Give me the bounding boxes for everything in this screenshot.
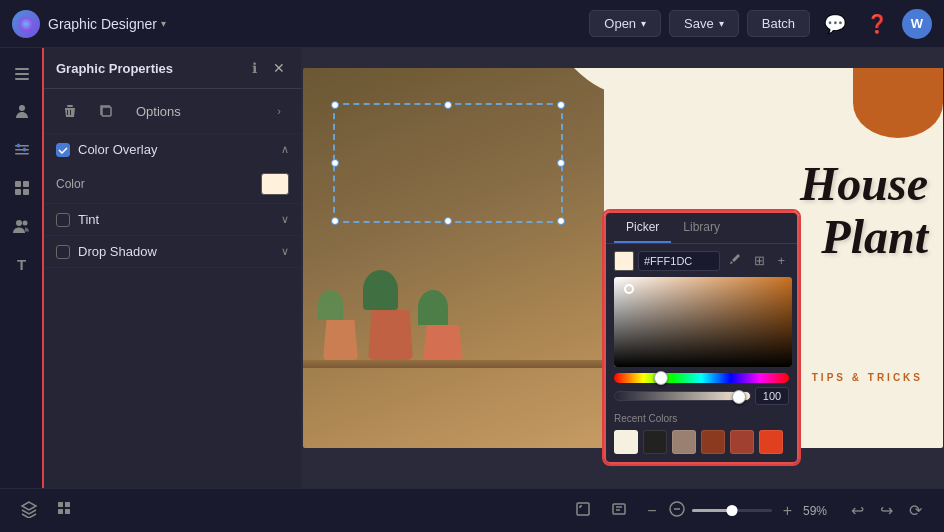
svg-rect-13 (23, 189, 29, 195)
tab-picker[interactable]: Picker (614, 213, 671, 243)
svg-rect-6 (15, 149, 29, 151)
svg-rect-20 (65, 509, 70, 514)
drop-shadow-label: Drop Shadow (78, 244, 273, 259)
tab-library[interactable]: Library (671, 213, 732, 243)
options-arrow: › (277, 105, 281, 117)
eyedropper-button[interactable] (724, 250, 746, 271)
sidebar-icon-sliders[interactable] (6, 134, 38, 166)
expand-icon[interactable] (570, 496, 596, 525)
zoom-in-button[interactable]: + (778, 500, 797, 522)
drop-shadow-section: Drop Shadow ∨ (44, 236, 301, 268)
redo-button[interactable]: ↪ (874, 497, 899, 524)
recent-swatch-0[interactable] (614, 430, 638, 454)
zoom-reset-icon[interactable] (668, 500, 686, 518)
color-swatch[interactable] (261, 173, 289, 195)
user-avatar[interactable]: W (902, 9, 932, 39)
color-row: Color (56, 173, 289, 195)
zoom-slider[interactable] (692, 509, 772, 512)
svg-point-15 (22, 221, 27, 226)
undo-redo-controls: ↩ ↪ ⟳ (845, 497, 928, 524)
svg-rect-18 (65, 502, 70, 507)
tint-chevron: ∨ (281, 213, 289, 226)
svg-point-14 (16, 220, 22, 226)
chat-icon-button[interactable]: 💬 (818, 9, 852, 39)
zoom-out-button[interactable]: − (642, 500, 661, 522)
grid-picker-button[interactable]: ⊞ (750, 251, 769, 270)
canvas-area[interactable]: HousePlant TIPS & TRICKS (302, 48, 944, 488)
options-button[interactable]: Options › (128, 100, 289, 123)
drop-shadow-chevron: ∨ (281, 245, 289, 258)
alpha-slider[interactable] (614, 391, 751, 401)
svg-rect-10 (15, 181, 21, 187)
color-overlay-chevron: ∧ (281, 143, 289, 156)
svg-rect-11 (23, 181, 29, 187)
svg-rect-12 (15, 189, 21, 195)
drop-shadow-header[interactable]: Drop Shadow ∨ (44, 236, 301, 267)
hue-slider[interactable] (614, 373, 789, 383)
tint-checkbox[interactable] (56, 213, 70, 227)
svg-rect-19 (58, 509, 63, 514)
recent-swatch-4[interactable] (730, 430, 754, 454)
sidebar-icon-users[interactable] (6, 210, 38, 242)
zoom-controls: − + 59% (642, 500, 835, 522)
delete-icon-button[interactable] (56, 97, 84, 125)
picker-hex-swatch[interactable] (614, 251, 634, 271)
recent-swatch-2[interactable] (672, 430, 696, 454)
fit-icon[interactable] (606, 496, 632, 525)
recent-colors (606, 426, 797, 462)
svg-rect-9 (23, 148, 26, 152)
sidebar-icon-person[interactable] (6, 96, 38, 128)
properties-close-button[interactable]: ✕ (269, 58, 289, 78)
open-chevron: ▾ (641, 18, 646, 29)
undo-button[interactable]: ↩ (845, 497, 870, 524)
tint-header[interactable]: Tint ∨ (44, 204, 301, 235)
color-gradient-box[interactable] (614, 277, 792, 367)
svg-rect-16 (102, 107, 111, 116)
grid-bottom-icon[interactable] (52, 496, 78, 525)
svg-rect-3 (15, 78, 29, 80)
color-overlay-checkbox[interactable] (56, 143, 70, 157)
copy-icon-button[interactable] (92, 97, 120, 125)
svg-rect-7 (15, 153, 29, 155)
svg-rect-8 (17, 144, 20, 148)
tint-section: Tint ∨ (44, 204, 301, 236)
svg-rect-1 (15, 68, 29, 70)
save-button[interactable]: Save ▾ (669, 10, 739, 37)
history-button[interactable]: ⟳ (903, 497, 928, 524)
picker-hex-input[interactable] (638, 251, 720, 271)
help-icon-button[interactable]: ❓ (860, 9, 894, 39)
zoom-thumb[interactable] (726, 505, 737, 516)
save-chevron: ▾ (719, 18, 724, 29)
color-overlay-label: Color Overlay (78, 142, 273, 157)
svg-rect-21 (577, 503, 589, 515)
recent-swatch-5[interactable] (759, 430, 783, 454)
recent-swatch-1[interactable] (643, 430, 667, 454)
properties-actions: Options › (44, 89, 301, 134)
properties-info-button[interactable]: ℹ (248, 58, 261, 78)
properties-title: Graphic Properties (56, 61, 240, 76)
layers-bottom-icon[interactable] (16, 496, 42, 525)
recent-colors-label: Recent Colors (606, 411, 797, 426)
app-title-button[interactable]: Graphic Designer ▾ (48, 16, 166, 32)
sidebar-icon-layers[interactable] (6, 58, 38, 90)
add-color-button[interactable]: + (773, 251, 789, 270)
drop-shadow-checkbox[interactable] (56, 245, 70, 259)
color-picker-popup: Picker Library ⊞ + (604, 211, 799, 464)
svg-rect-2 (15, 73, 29, 75)
app-title-text: Graphic Designer (48, 16, 157, 32)
sidebar-icon-grid[interactable] (6, 172, 38, 204)
opacity-input[interactable] (755, 387, 789, 405)
picker-hex-row: ⊞ + (606, 244, 797, 277)
svg-rect-17 (58, 502, 63, 507)
sidebar-icon-text[interactable]: T (6, 248, 38, 280)
color-overlay-section: Color Overlay ∧ Color (44, 134, 301, 204)
main-area: T Graphic Properties ℹ ✕ Options › (0, 48, 944, 488)
alpha-thumb (732, 390, 746, 404)
color-label: Color (56, 177, 85, 191)
svg-point-4 (19, 105, 25, 111)
color-overlay-header[interactable]: Color Overlay ∧ (44, 134, 301, 165)
alpha-row (614, 387, 789, 405)
recent-swatch-3[interactable] (701, 430, 725, 454)
batch-button[interactable]: Batch (747, 10, 810, 37)
open-button[interactable]: Open ▾ (589, 10, 661, 37)
